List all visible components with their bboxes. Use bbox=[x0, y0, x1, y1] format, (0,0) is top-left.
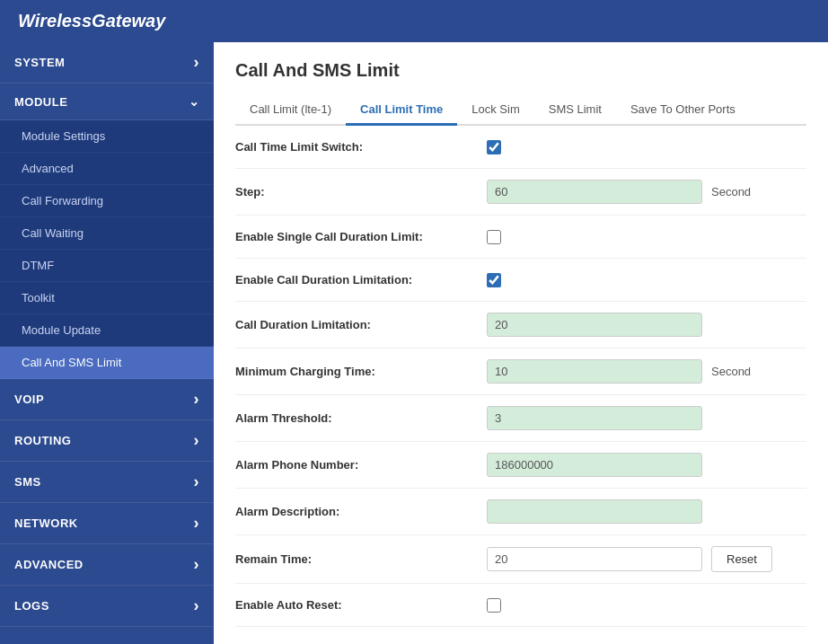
control-alarm-description bbox=[487, 499, 702, 524]
sidebar-item-network-label: NETWORK bbox=[14, 516, 78, 530]
unit-minimum-charging: Second bbox=[711, 365, 751, 378]
sidebar-item-dtmf[interactable]: DTMF bbox=[0, 250, 214, 282]
label-enable-single-call: Enable Single Call Duration Limit: bbox=[235, 230, 487, 243]
sidebar-item-sms-label: SMS bbox=[14, 475, 41, 489]
sidebar-item-logs-label: LOGS bbox=[14, 599, 49, 613]
sidebar-item-call-waiting-label: Call Waiting bbox=[22, 226, 84, 240]
unit-step: Second bbox=[711, 185, 751, 198]
tabs: Call Limit (lte-1) Call Limit Time Lock … bbox=[235, 95, 806, 126]
control-remain-time: Reset bbox=[487, 546, 772, 572]
form-row-enable-call-duration: Enable Call Duration Limitation: bbox=[235, 259, 806, 302]
sidebar-item-network[interactable]: NETWORK bbox=[0, 503, 214, 544]
app-title: WirelessGateway bbox=[18, 11, 165, 31]
app-header: WirelessGateway bbox=[0, 0, 828, 42]
sidebar-item-call-sms-limit-label: Call And SMS Limit bbox=[22, 356, 121, 369]
tab-sms-limit-label: SMS Limit bbox=[549, 102, 602, 116]
sidebar-item-logs[interactable]: LOGS bbox=[0, 586, 214, 627]
input-minimum-charging[interactable] bbox=[487, 359, 702, 384]
control-call-duration-limitation bbox=[487, 313, 702, 337]
tab-call-limit-label: Call Limit (lte-1) bbox=[250, 102, 331, 116]
tab-call-limit-time-label: Call Limit Time bbox=[360, 102, 443, 116]
sidebar: SYSTEM MODULE Module Settings Advanced C… bbox=[0, 42, 214, 644]
form-row-alarm-phone: Alarm Phone Number: bbox=[235, 442, 806, 489]
sidebar-item-routing[interactable]: ROUTING bbox=[0, 420, 214, 462]
form-row-enable-auto-reset: Enable Auto Reset: bbox=[235, 584, 806, 627]
sidebar-item-module-settings-label: Module Settings bbox=[22, 129, 105, 143]
input-alarm-phone[interactable] bbox=[487, 453, 702, 477]
label-alarm-phone: Alarm Phone Number: bbox=[235, 458, 487, 472]
form-row-call-time-limit-switch: Call Time Limit Switch: bbox=[235, 126, 806, 169]
sidebar-item-system-label: SYSTEM bbox=[14, 56, 65, 69]
input-alarm-threshold[interactable] bbox=[487, 406, 702, 430]
control-alarm-threshold bbox=[487, 406, 702, 430]
input-alarm-description[interactable] bbox=[487, 499, 702, 524]
tab-lock-sim[interactable]: Lock Sim bbox=[457, 95, 533, 126]
label-alarm-description: Alarm Description: bbox=[235, 505, 487, 518]
control-minimum-charging: Second bbox=[487, 359, 751, 384]
sidebar-item-voip-label: VOIP bbox=[14, 393, 44, 406]
sidebar-item-module-update-label: Module Update bbox=[22, 323, 101, 337]
checkbox-enable-auto-reset[interactable] bbox=[487, 598, 501, 613]
control-enable-single-call bbox=[487, 230, 501, 244]
input-remain-time[interactable] bbox=[487, 547, 702, 571]
sidebar-item-advanced[interactable]: Advanced bbox=[0, 153, 214, 185]
checkbox-call-time-limit-switch[interactable] bbox=[487, 140, 501, 154]
form-row-minimum-charging: Minimum Charging Time: Second bbox=[235, 348, 806, 395]
sidebar-item-call-waiting[interactable]: Call Waiting bbox=[0, 217, 214, 250]
tab-call-limit-time[interactable]: Call Limit Time bbox=[346, 95, 457, 126]
sidebar-item-toolkit[interactable]: Toolkit bbox=[0, 282, 214, 314]
layout: SYSTEM MODULE Module Settings Advanced C… bbox=[0, 42, 828, 644]
form-row-alarm-threshold: Alarm Threshold: bbox=[235, 395, 806, 442]
control-call-time-limit-switch bbox=[487, 140, 501, 154]
sidebar-item-routing-label: ROUTING bbox=[14, 434, 71, 447]
sidebar-item-advanced-top[interactable]: ADVANCED bbox=[0, 544, 214, 586]
label-enable-auto-reset: Enable Auto Reset: bbox=[235, 598, 487, 612]
sidebar-item-dtmf-label: DTMF bbox=[22, 259, 54, 272]
input-step[interactable] bbox=[487, 180, 702, 204]
sidebar-item-module-update[interactable]: Module Update bbox=[0, 314, 214, 347]
tab-call-limit[interactable]: Call Limit (lte-1) bbox=[235, 95, 346, 126]
tab-lock-sim-label: Lock Sim bbox=[471, 102, 519, 116]
sidebar-item-sms[interactable]: SMS bbox=[0, 462, 214, 503]
control-enable-auto-reset bbox=[487, 598, 501, 613]
control-alarm-phone bbox=[487, 453, 702, 477]
form-section: Call Time Limit Switch: Step: Second Ena… bbox=[235, 126, 806, 627]
reset-button[interactable]: Reset bbox=[711, 546, 772, 572]
sidebar-item-voip[interactable]: VOIP bbox=[0, 379, 214, 420]
sidebar-item-call-sms-limit[interactable]: Call And SMS Limit bbox=[0, 347, 214, 379]
form-row-step: Step: Second bbox=[235, 169, 806, 216]
sidebar-submenu-module: Module Settings Advanced Call Forwarding… bbox=[0, 120, 214, 379]
main-content: Call And SMS Limit Call Limit (lte-1) Ca… bbox=[214, 42, 828, 644]
label-minimum-charging: Minimum Charging Time: bbox=[235, 365, 487, 378]
label-alarm-threshold: Alarm Threshold: bbox=[235, 411, 487, 425]
label-enable-call-duration: Enable Call Duration Limitation: bbox=[235, 273, 487, 287]
form-row-call-duration-limitation: Call Duration Limitation: bbox=[235, 302, 806, 348]
sidebar-item-system[interactable]: SYSTEM bbox=[0, 42, 214, 84]
control-step: Second bbox=[487, 180, 751, 204]
sidebar-item-call-forwarding-label: Call Forwarding bbox=[22, 194, 103, 207]
label-call-time-limit-switch: Call Time Limit Switch: bbox=[235, 140, 487, 154]
tab-save-to-other-ports-label: Save To Other Ports bbox=[630, 102, 736, 116]
page-title: Call And SMS Limit bbox=[235, 60, 806, 81]
sidebar-item-advanced-top-label: ADVANCED bbox=[14, 558, 84, 571]
checkbox-enable-call-duration[interactable] bbox=[487, 273, 501, 287]
input-call-duration-limitation[interactable] bbox=[487, 313, 702, 337]
tab-save-to-other-ports[interactable]: Save To Other Ports bbox=[616, 95, 750, 126]
sidebar-item-call-forwarding[interactable]: Call Forwarding bbox=[0, 185, 214, 217]
sidebar-item-module[interactable]: MODULE bbox=[0, 84, 214, 120]
control-enable-call-duration bbox=[487, 273, 501, 287]
label-step: Step: bbox=[235, 185, 487, 198]
tab-sms-limit[interactable]: SMS Limit bbox=[534, 95, 616, 126]
sidebar-item-toolkit-label: Toolkit bbox=[22, 291, 55, 304]
form-row-enable-single-call: Enable Single Call Duration Limit: bbox=[235, 216, 806, 259]
checkbox-enable-single-call[interactable] bbox=[487, 230, 501, 244]
sidebar-item-advanced-label: Advanced bbox=[22, 162, 74, 175]
form-row-remain-time: Remain Time: Reset bbox=[235, 535, 806, 584]
sidebar-item-module-settings[interactable]: Module Settings bbox=[0, 120, 214, 153]
label-call-duration-limitation: Call Duration Limitation: bbox=[235, 318, 487, 331]
form-row-alarm-description: Alarm Description: bbox=[235, 489, 806, 535]
sidebar-item-module-label: MODULE bbox=[14, 95, 67, 109]
label-remain-time: Remain Time: bbox=[235, 552, 487, 566]
